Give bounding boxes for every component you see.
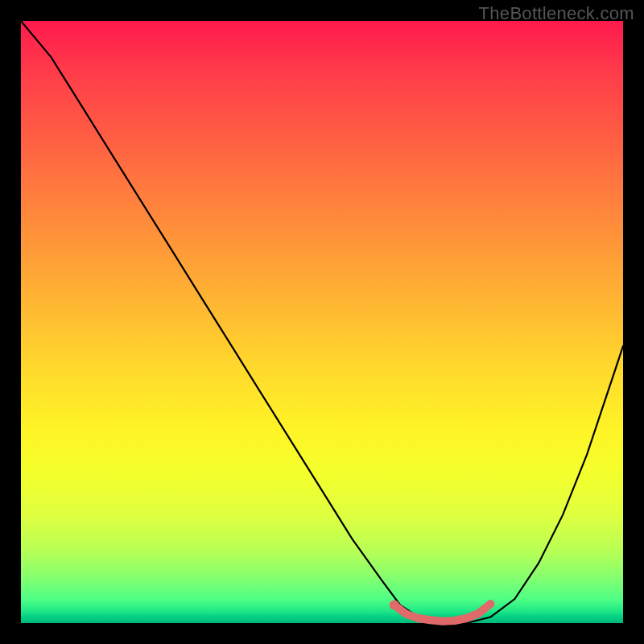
plot-area xyxy=(21,21,623,623)
watermark-text: TheBottleneck.com xyxy=(479,3,634,24)
highlight-segment xyxy=(394,604,491,621)
highlight-dot-icon xyxy=(390,601,399,610)
main-curve xyxy=(21,21,623,623)
chart-container: TheBottleneck.com xyxy=(0,0,644,644)
chart-svg xyxy=(21,21,623,623)
